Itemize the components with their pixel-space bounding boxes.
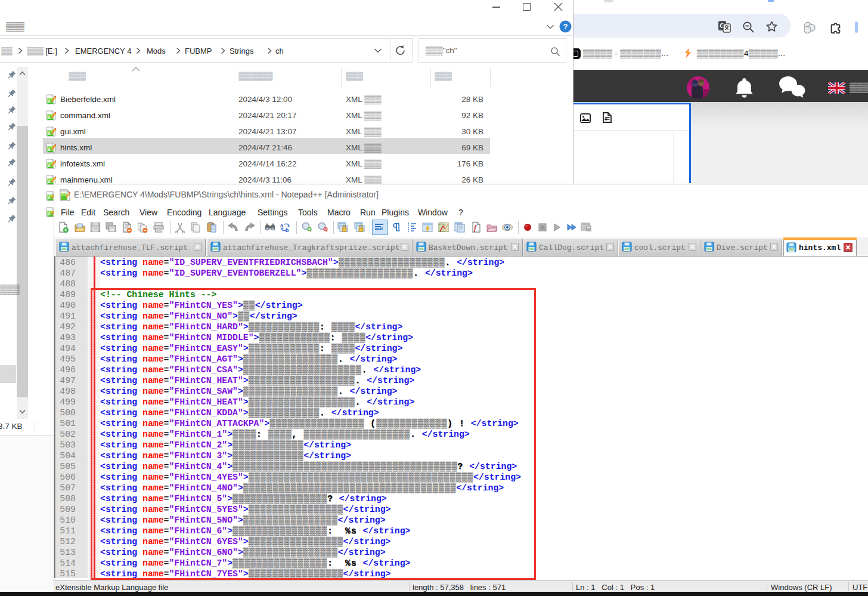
svg-text:a: a [280,223,284,228]
svg-text:?: ? [563,22,568,31]
svg-text:uc: uc [587,227,591,230]
